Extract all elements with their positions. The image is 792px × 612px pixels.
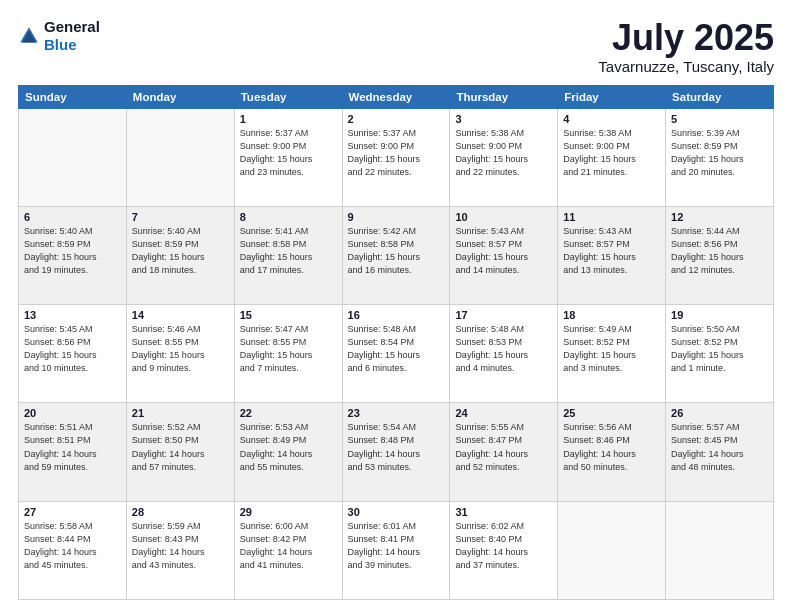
calendar-header-wednesday: Wednesday: [342, 85, 450, 108]
calendar-cell: 30Sunrise: 6:01 AM Sunset: 8:41 PM Dayli…: [342, 501, 450, 599]
calendar-cell: 19Sunrise: 5:50 AM Sunset: 8:52 PM Dayli…: [666, 305, 774, 403]
cell-content: Sunrise: 5:43 AM Sunset: 8:57 PM Dayligh…: [455, 225, 552, 277]
day-number: 16: [348, 309, 445, 321]
day-number: 31: [455, 506, 552, 518]
logo-icon: [18, 25, 40, 47]
cell-content: Sunrise: 5:48 AM Sunset: 8:54 PM Dayligh…: [348, 323, 445, 375]
day-number: 29: [240, 506, 337, 518]
calendar-cell: 13Sunrise: 5:45 AM Sunset: 8:56 PM Dayli…: [19, 305, 127, 403]
calendar-cell: 15Sunrise: 5:47 AM Sunset: 8:55 PM Dayli…: [234, 305, 342, 403]
cell-content: Sunrise: 5:37 AM Sunset: 9:00 PM Dayligh…: [240, 127, 337, 179]
calendar-cell: 25Sunrise: 5:56 AM Sunset: 8:46 PM Dayli…: [558, 403, 666, 501]
cell-content: Sunrise: 5:56 AM Sunset: 8:46 PM Dayligh…: [563, 421, 660, 473]
calendar-cell: 12Sunrise: 5:44 AM Sunset: 8:56 PM Dayli…: [666, 206, 774, 304]
cell-content: Sunrise: 5:43 AM Sunset: 8:57 PM Dayligh…: [563, 225, 660, 277]
calendar-cell: 26Sunrise: 5:57 AM Sunset: 8:45 PM Dayli…: [666, 403, 774, 501]
calendar-header-saturday: Saturday: [666, 85, 774, 108]
day-number: 9: [348, 211, 445, 223]
calendar-header-monday: Monday: [126, 85, 234, 108]
day-number: 12: [671, 211, 768, 223]
calendar-cell: 21Sunrise: 5:52 AM Sunset: 8:50 PM Dayli…: [126, 403, 234, 501]
cell-content: Sunrise: 5:40 AM Sunset: 8:59 PM Dayligh…: [132, 225, 229, 277]
cell-content: Sunrise: 5:48 AM Sunset: 8:53 PM Dayligh…: [455, 323, 552, 375]
calendar-cell: 24Sunrise: 5:55 AM Sunset: 8:47 PM Dayli…: [450, 403, 558, 501]
calendar-cell: 18Sunrise: 5:49 AM Sunset: 8:52 PM Dayli…: [558, 305, 666, 403]
calendar-cell: 3Sunrise: 5:38 AM Sunset: 9:00 PM Daylig…: [450, 108, 558, 206]
day-number: 18: [563, 309, 660, 321]
calendar-header-friday: Friday: [558, 85, 666, 108]
calendar-cell: 28Sunrise: 5:59 AM Sunset: 8:43 PM Dayli…: [126, 501, 234, 599]
calendar-cell: 1Sunrise: 5:37 AM Sunset: 9:00 PM Daylig…: [234, 108, 342, 206]
day-number: 24: [455, 407, 552, 419]
day-number: 21: [132, 407, 229, 419]
day-number: 3: [455, 113, 552, 125]
day-number: 28: [132, 506, 229, 518]
day-number: 14: [132, 309, 229, 321]
cell-content: Sunrise: 5:44 AM Sunset: 8:56 PM Dayligh…: [671, 225, 768, 277]
calendar-cell: 27Sunrise: 5:58 AM Sunset: 8:44 PM Dayli…: [19, 501, 127, 599]
day-number: 22: [240, 407, 337, 419]
day-number: 20: [24, 407, 121, 419]
logo-blue: Blue: [44, 36, 77, 53]
day-number: 25: [563, 407, 660, 419]
cell-content: Sunrise: 5:59 AM Sunset: 8:43 PM Dayligh…: [132, 520, 229, 572]
calendar-header-sunday: Sunday: [19, 85, 127, 108]
day-number: 4: [563, 113, 660, 125]
calendar-cell: 31Sunrise: 6:02 AM Sunset: 8:40 PM Dayli…: [450, 501, 558, 599]
calendar-cell: [558, 501, 666, 599]
calendar-cell: 5Sunrise: 5:39 AM Sunset: 8:59 PM Daylig…: [666, 108, 774, 206]
calendar-cell: 22Sunrise: 5:53 AM Sunset: 8:49 PM Dayli…: [234, 403, 342, 501]
day-number: 1: [240, 113, 337, 125]
calendar-week-row: 20Sunrise: 5:51 AM Sunset: 8:51 PM Dayli…: [19, 403, 774, 501]
day-number: 30: [348, 506, 445, 518]
calendar-cell: [666, 501, 774, 599]
calendar-week-row: 27Sunrise: 5:58 AM Sunset: 8:44 PM Dayli…: [19, 501, 774, 599]
cell-content: Sunrise: 5:53 AM Sunset: 8:49 PM Dayligh…: [240, 421, 337, 473]
cell-content: Sunrise: 5:50 AM Sunset: 8:52 PM Dayligh…: [671, 323, 768, 375]
calendar-week-row: 6Sunrise: 5:40 AM Sunset: 8:59 PM Daylig…: [19, 206, 774, 304]
day-number: 11: [563, 211, 660, 223]
page: General Blue July 2025 Tavarnuzze, Tusca…: [0, 0, 792, 612]
cell-content: Sunrise: 5:38 AM Sunset: 9:00 PM Dayligh…: [563, 127, 660, 179]
cell-content: Sunrise: 5:42 AM Sunset: 8:58 PM Dayligh…: [348, 225, 445, 277]
day-number: 26: [671, 407, 768, 419]
cell-content: Sunrise: 5:54 AM Sunset: 8:48 PM Dayligh…: [348, 421, 445, 473]
calendar-cell: 8Sunrise: 5:41 AM Sunset: 8:58 PM Daylig…: [234, 206, 342, 304]
cell-content: Sunrise: 5:37 AM Sunset: 9:00 PM Dayligh…: [348, 127, 445, 179]
day-number: 5: [671, 113, 768, 125]
calendar-cell: 7Sunrise: 5:40 AM Sunset: 8:59 PM Daylig…: [126, 206, 234, 304]
cell-content: Sunrise: 5:55 AM Sunset: 8:47 PM Dayligh…: [455, 421, 552, 473]
logo: General Blue: [18, 18, 100, 54]
header: General Blue July 2025 Tavarnuzze, Tusca…: [18, 18, 774, 75]
cell-content: Sunrise: 5:51 AM Sunset: 8:51 PM Dayligh…: [24, 421, 121, 473]
day-number: 7: [132, 211, 229, 223]
calendar-cell: 20Sunrise: 5:51 AM Sunset: 8:51 PM Dayli…: [19, 403, 127, 501]
calendar-cell: 16Sunrise: 5:48 AM Sunset: 8:54 PM Dayli…: [342, 305, 450, 403]
calendar-header-row: SundayMondayTuesdayWednesdayThursdayFrid…: [19, 85, 774, 108]
calendar-header-tuesday: Tuesday: [234, 85, 342, 108]
month-title: July 2025: [598, 18, 774, 58]
title-block: July 2025 Tavarnuzze, Tuscany, Italy: [598, 18, 774, 75]
cell-content: Sunrise: 5:46 AM Sunset: 8:55 PM Dayligh…: [132, 323, 229, 375]
logo-text: General Blue: [44, 18, 100, 54]
day-number: 17: [455, 309, 552, 321]
cell-content: Sunrise: 6:02 AM Sunset: 8:40 PM Dayligh…: [455, 520, 552, 572]
cell-content: Sunrise: 6:00 AM Sunset: 8:42 PM Dayligh…: [240, 520, 337, 572]
day-number: 27: [24, 506, 121, 518]
day-number: 15: [240, 309, 337, 321]
logo-general: General: [44, 18, 100, 35]
day-number: 6: [24, 211, 121, 223]
day-number: 19: [671, 309, 768, 321]
calendar-table: SundayMondayTuesdayWednesdayThursdayFrid…: [18, 85, 774, 600]
day-number: 23: [348, 407, 445, 419]
calendar-cell: [126, 108, 234, 206]
cell-content: Sunrise: 5:57 AM Sunset: 8:45 PM Dayligh…: [671, 421, 768, 473]
cell-content: Sunrise: 5:40 AM Sunset: 8:59 PM Dayligh…: [24, 225, 121, 277]
calendar-cell: 9Sunrise: 5:42 AM Sunset: 8:58 PM Daylig…: [342, 206, 450, 304]
cell-content: Sunrise: 6:01 AM Sunset: 8:41 PM Dayligh…: [348, 520, 445, 572]
cell-content: Sunrise: 5:39 AM Sunset: 8:59 PM Dayligh…: [671, 127, 768, 179]
calendar-cell: 11Sunrise: 5:43 AM Sunset: 8:57 PM Dayli…: [558, 206, 666, 304]
calendar-cell: [19, 108, 127, 206]
calendar-cell: 4Sunrise: 5:38 AM Sunset: 9:00 PM Daylig…: [558, 108, 666, 206]
calendar-cell: 14Sunrise: 5:46 AM Sunset: 8:55 PM Dayli…: [126, 305, 234, 403]
